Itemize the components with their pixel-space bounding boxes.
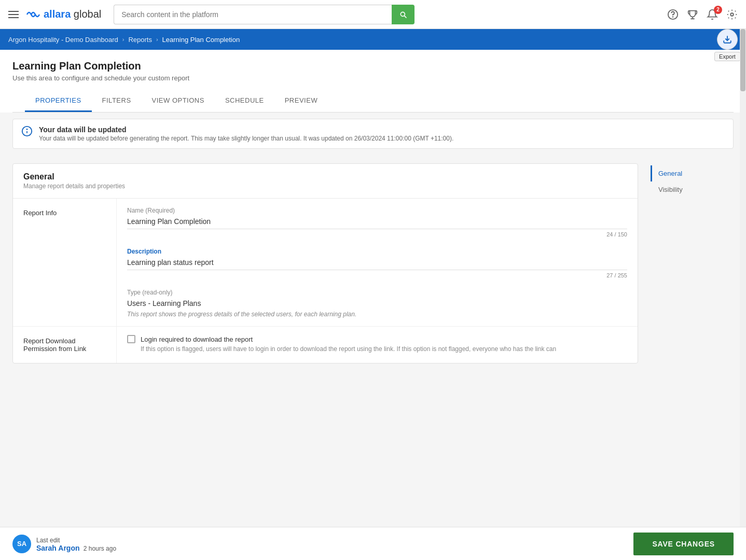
- sidebar-nav-visibility[interactable]: Visibility: [651, 181, 734, 198]
- svg-point-2: [730, 13, 734, 16]
- trophy-icon[interactable]: [687, 9, 698, 20]
- info-message: Your data will be updated before generat…: [39, 135, 453, 142]
- scrollbar-thumb[interactable]: [740, 29, 745, 91]
- hamburger-menu[interactable]: [8, 11, 19, 18]
- search-button[interactable]: [392, 5, 415, 24]
- checkbox-row: Login required to download the report If…: [127, 335, 627, 353]
- page-header: Learning Plan Completion Use this area t…: [0, 50, 746, 113]
- checkbox-input[interactable]: [127, 335, 135, 343]
- breadcrumb-bar: Argon Hospitality - Demo Dashboard › Rep…: [0, 29, 746, 50]
- svg-point-1: [673, 17, 673, 17]
- row-label-download: Report Download Permission from Link: [13, 327, 117, 363]
- scrollbar[interactable]: [740, 29, 746, 560]
- breadcrumb-sep-1: ›: [122, 36, 125, 43]
- breadcrumb-home[interactable]: Argon Hospitality - Demo Dashboard: [8, 36, 118, 44]
- name-label: Name (Required): [127, 207, 627, 214]
- name-field: Name (Required) Learning Plan Completion…: [127, 207, 627, 237]
- last-edit-label: Last edit: [36, 537, 60, 544]
- export-label: Export: [714, 52, 740, 61]
- description-field: Description Learning plan status report …: [127, 248, 627, 278]
- download-permission-row: Report Download Permission from Link Log…: [13, 327, 638, 363]
- tab-view-options[interactable]: VIEW OPTIONS: [142, 90, 215, 112]
- page-subtitle: Use this area to configure and schedule …: [12, 74, 734, 82]
- name-char-count: 24 / 150: [127, 231, 627, 237]
- type-value: Users - Learning Plans: [127, 299, 627, 307]
- desc-value[interactable]: Learning plan status report: [127, 258, 627, 270]
- row-content-report-info: Name (Required) Learning Plan Completion…: [117, 199, 638, 326]
- sidebar-nav-general[interactable]: General: [651, 165, 734, 181]
- export-button[interactable]: [717, 29, 738, 50]
- checkbox-desc: If this option is flagged, users will ha…: [141, 345, 627, 353]
- main-content: General Manage report details and proper…: [0, 155, 746, 560]
- save-changes-button[interactable]: SAVE CHANGES: [633, 533, 734, 555]
- checkbox-login-required[interactable]: Login required to download the report: [127, 335, 627, 343]
- tab-properties[interactable]: PROPERTIES: [25, 90, 92, 112]
- logo: allara global: [25, 8, 101, 21]
- row-content-download: Login required to download the report If…: [117, 327, 638, 363]
- desc-char-count: 27 / 255: [127, 272, 627, 278]
- avatar: SA: [12, 535, 31, 553]
- tab-preview[interactable]: PREVIEW: [274, 90, 328, 112]
- notifications-icon[interactable]: 2: [707, 9, 718, 20]
- desc-label: Description: [127, 248, 627, 255]
- last-edit: SA Last edit Sarah Argon 2 hours ago: [12, 535, 116, 553]
- last-edit-name: Sarah Argon: [36, 544, 80, 552]
- top-navbar: allara global 2: [0, 0, 746, 29]
- tabs: PROPERTIES FILTERS VIEW OPTIONS SCHEDULE…: [12, 90, 734, 113]
- info-banner: Your data will be updated Your data will…: [12, 119, 734, 149]
- info-circle-icon: [21, 125, 33, 139]
- help-icon[interactable]: [667, 9, 679, 20]
- breadcrumb-sep-2: ›: [156, 36, 158, 43]
- nav-icons: 2: [667, 9, 738, 20]
- left-panel: General Manage report details and proper…: [12, 163, 638, 560]
- bottom-bar: SA Last edit Sarah Argon 2 hours ago SAV…: [0, 527, 746, 560]
- row-label-report-info: Report Info: [13, 199, 117, 326]
- type-label: Type (read-only): [127, 289, 627, 296]
- right-sidebar: General Visibility: [651, 163, 734, 560]
- page-title: Learning Plan Completion: [12, 60, 734, 72]
- info-text: Your data will be updated Your data will…: [39, 125, 453, 142]
- general-section: General Manage report details and proper…: [12, 163, 638, 363]
- last-edit-time: 2 hours ago: [81, 545, 116, 552]
- report-info-row: Report Info Name (Required) Learning Pla…: [13, 199, 638, 327]
- export-container: Export: [717, 29, 738, 50]
- notification-badge: 2: [714, 6, 722, 14]
- search-container: [114, 5, 415, 24]
- info-title: Your data will be updated: [39, 125, 453, 134]
- breadcrumb-reports[interactable]: Reports: [128, 36, 152, 44]
- name-value[interactable]: Learning Plan Completion: [127, 217, 627, 229]
- last-edit-info: Last edit Sarah Argon 2 hours ago: [36, 536, 116, 552]
- section-title: General: [23, 172, 627, 181]
- type-desc: This report shows the progress details o…: [127, 311, 627, 318]
- section-header: General Manage report details and proper…: [13, 164, 638, 199]
- checkbox-text: Login required to download the report: [141, 335, 253, 343]
- search-input[interactable]: [114, 5, 392, 24]
- section-desc: Manage report details and properties: [23, 183, 627, 190]
- tab-filters[interactable]: FILTERS: [92, 90, 142, 112]
- breadcrumb-current: Learning Plan Completion: [162, 36, 240, 44]
- type-field: Type (read-only) Users - Learning Plans …: [127, 289, 627, 318]
- tab-schedule[interactable]: SCHEDULE: [215, 90, 274, 112]
- settings-icon[interactable]: [726, 9, 738, 20]
